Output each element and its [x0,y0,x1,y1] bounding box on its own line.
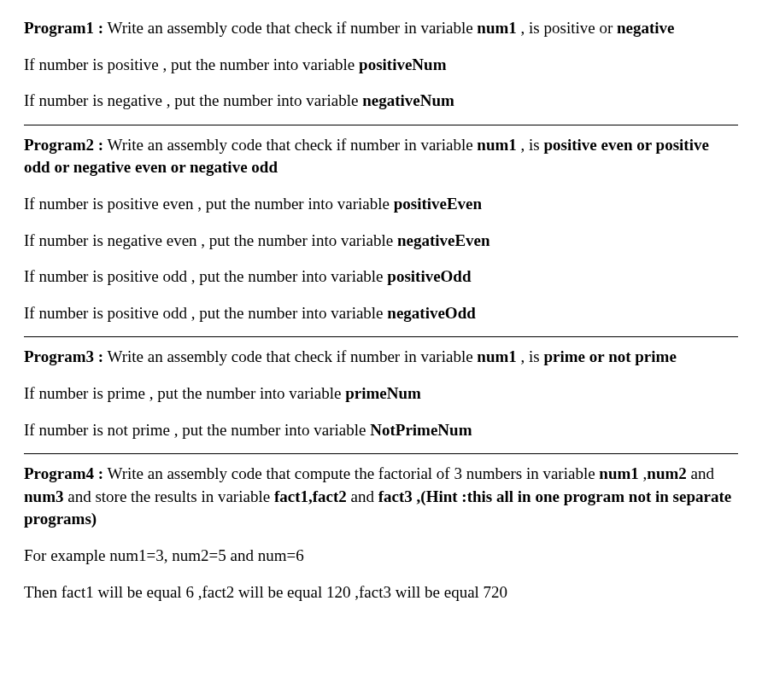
program2-title: Program2 : [24,136,103,154]
var-negativeNum: negativeNum [362,91,454,109]
text: Write an assembly code that check if num… [103,136,477,154]
var-fact3: fact3 [378,487,413,505]
text: , is positive or [517,19,617,37]
program2-line-pos-even: If number is positive even , put the num… [24,193,738,216]
var-num3: num3 [24,487,63,505]
text: , is [517,136,544,154]
var-negativeOdd: negativeOdd [387,304,475,322]
text-prime: prime or not prime [544,347,677,365]
text: For example num1=3, num2=5 and num=6 [24,546,304,564]
text: and [687,464,714,482]
program3-line-notprime: If number is not prime , put the number … [24,419,738,442]
program1-line-positive: If number is positive , put the number i… [24,54,738,77]
program4-header: Program4 : Write an assembly code that c… [24,463,738,531]
text: If number is positive even , put the num… [24,195,394,213]
text: Write an assembly code that compute the … [103,464,599,482]
program1-title: Program1 : [24,19,103,37]
text: , is [517,347,544,365]
program3-line-prime: If number is prime , put the number into… [24,382,738,405]
program1-header: Program1 : Write an assembly code that c… [24,17,738,40]
var-num1: num1 [599,464,638,482]
text: If number is not prime , put the number … [24,421,370,439]
program2-line-neg-odd: If number is positive odd , put the numb… [24,302,738,325]
var-positiveOdd: positiveOdd [387,267,471,285]
text: Write an assembly code that check if num… [103,347,477,365]
text: If number is prime , put the number into… [24,384,345,402]
var-positiveEven: positiveEven [394,195,482,213]
program2-header: Program2 : Write an assembly code that c… [24,134,738,179]
text: and store the results in variable [63,487,273,505]
var-num1: num1 [477,136,516,154]
text: and [347,487,378,505]
program2-line-neg-even: If number is negative even , put the num… [24,230,738,253]
text-negative: negative [617,19,675,37]
program1-section: Program1 : Write an assembly code that c… [24,17,738,125]
text: , [639,464,648,482]
var-num2: num2 [647,464,686,482]
program4-title: Program4 : [24,464,103,482]
text: Write an assembly code that check if num… [103,19,477,37]
program3-section: Program3 : Write an assembly code that c… [24,346,738,454]
var-fact12: fact1,fact2 [274,487,347,505]
var-primeNum: primeNum [345,384,421,402]
text: If number is positive odd , put the numb… [24,304,387,322]
program4-example-input: For example num1=3, num2=5 and num=6 [24,545,738,568]
text: If number is negative even , put the num… [24,231,397,249]
var-NotPrimeNum: NotPrimeNum [370,421,472,439]
text: If number is positive , put the number i… [24,55,359,73]
program2-line-pos-odd: If number is positive odd , put the numb… [24,265,738,289]
program3-title: Program3 : [24,347,103,365]
program2-section: Program2 : Write an assembly code that c… [24,134,738,338]
text: If number is negative , put the number i… [24,91,362,109]
var-num1: num1 [477,19,516,37]
var-positiveNum: positiveNum [359,55,446,73]
var-negativeEven: negativeEven [397,231,490,249]
program4-example-output: Then fact1 will be equal 6 ,fact2 will b… [24,581,738,604]
text: Then fact1 will be equal 6 ,fact2 will b… [24,583,507,601]
var-num1: num1 [477,347,516,365]
program1-line-negative: If number is negative , put the number i… [24,90,738,113]
program4-section: Program4 : Write an assembly code that c… [24,463,738,615]
program3-header: Program3 : Write an assembly code that c… [24,346,738,369]
text: If number is positive odd , put the numb… [24,267,387,285]
